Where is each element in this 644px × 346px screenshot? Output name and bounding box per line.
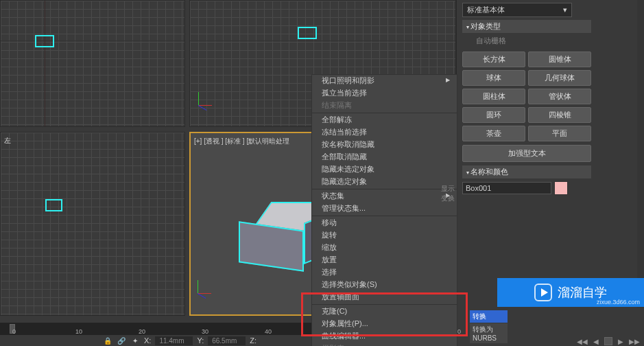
auto-grid-checkbox[interactable]: 自动栅格 — [462, 34, 591, 50]
primitive-button[interactable]: 管状体 — [528, 89, 591, 104]
section-object-type[interactable]: 对象类型 — [462, 20, 591, 33]
timeline-tick: 10 — [75, 328, 82, 335]
viewport-left[interactable]: 左 — [0, 132, 185, 316]
context-menu-item[interactable]: 管理状态集... — [312, 203, 457, 215]
watermark-logo: 溜溜自学 zixue.3d66.com — [497, 278, 644, 307]
y-value[interactable]: 66.5mm — [208, 336, 246, 345]
axis-gizmo — [198, 273, 218, 294]
timeline-tick: 30 — [202, 328, 208, 335]
timeline-tick: 40 — [265, 328, 272, 335]
primitive-button[interactable]: 几何球体 — [528, 70, 591, 86]
primitive-button[interactable]: 圆锥体 — [528, 51, 591, 67]
context-menu-item[interactable]: 克隆(C) — [312, 304, 457, 318]
key-icon[interactable]: ✦ — [130, 336, 140, 345]
playback-controls: ◀◀ ◀ ▶ ▶▶ — [577, 336, 640, 346]
object-name-input[interactable] — [462, 182, 551, 194]
viewport-label: 左 — [4, 136, 11, 146]
primitive-button[interactable]: 四棱锥 — [528, 107, 591, 123]
context-menu-item[interactable]: 对象属性(P)... — [312, 318, 457, 330]
logo-subtext: zixue.3d66.com — [597, 299, 640, 305]
primitive-button[interactable]: 茶壶 — [462, 126, 525, 141]
viewport-top[interactable] — [0, 0, 185, 127]
context-menu-item[interactable]: 按名称取消隐藏 — [312, 139, 457, 151]
chevron-down-icon: ▾ — [563, 5, 567, 14]
dropdown-label: 标准基本体 — [467, 5, 505, 15]
context-menu-item[interactable]: 旋转 — [312, 229, 457, 242]
primitive-buttons: 长方体圆锥体球体几何球体圆柱体管状体圆环四棱锥茶壶平面 — [462, 50, 591, 143]
context-menu-item[interactable]: 冻结当前选择 — [312, 126, 457, 139]
primitive-button[interactable]: 圆环 — [462, 107, 525, 123]
z-label: Z: — [250, 336, 257, 345]
context-menu-item[interactable]: 曲线编辑器... — [312, 330, 457, 343]
play-icon — [534, 284, 552, 301]
context-menu-item[interactable]: 状态集 — [312, 189, 457, 203]
context-menu-item[interactable]: 选择类似对象(S) — [312, 279, 457, 291]
play-icon[interactable]: ▶ — [618, 338, 623, 345]
axis-gizmo — [198, 85, 219, 106]
context-menu-item[interactable]: 视口照明和阴影 — [312, 75, 457, 87]
submenu-item[interactable]: 转换 — [470, 310, 508, 323]
timeline-tick: 20 — [139, 328, 145, 335]
context-menu-item[interactable]: 隐藏未选定对象 — [312, 163, 457, 176]
selection-box — [298, 27, 317, 39]
x-value[interactable]: 11.4mm — [155, 336, 193, 345]
context-menu: 视口照明和阴影孤立当前选择结束隔离全部解冻冻结当前选择按名称取消隐藏全部取消隐藏… — [311, 74, 457, 346]
prev-frame-icon[interactable]: ◀◀ — [577, 338, 588, 345]
panel-scrollbar[interactable] — [637, 0, 644, 308]
context-menu-item[interactable]: 放置轴曲面 — [312, 291, 457, 303]
context-menu-item[interactable]: 全部解冻 — [312, 113, 457, 126]
lock-icon[interactable]: 🔒 — [103, 336, 112, 345]
next-icon[interactable]: ▶▶ — [629, 338, 640, 345]
primitive-button[interactable]: 球体 — [462, 70, 525, 86]
selection-box — [45, 199, 62, 211]
section-name-color[interactable]: 名称和颜色 — [462, 165, 591, 178]
submenu-item[interactable]: 转换为 NURBS — [470, 323, 508, 343]
context-menu-item[interactable]: 缩放 — [312, 242, 457, 254]
context-menu-item[interactable]: 选择 — [312, 266, 457, 279]
viewport-label: [+] [透视 ] [标准 ] [默认明暗处理 — [194, 137, 289, 146]
stop-icon[interactable] — [604, 337, 612, 345]
context-menu-item[interactable]: 放置 — [312, 254, 457, 266]
primitive-button[interactable]: 长方体 — [462, 51, 525, 67]
primitive-button[interactable]: 平面 — [528, 126, 591, 141]
context-menu-item[interactable]: 移动 — [312, 216, 457, 229]
x-label: X: — [144, 336, 151, 345]
y-label: Y: — [197, 336, 204, 345]
context-menu-item[interactable]: 全部取消隐藏 — [312, 151, 457, 163]
context-menu-item[interactable]: 隐藏选定对象 — [312, 176, 457, 188]
context-menu-item[interactable]: 孤立当前选择 — [312, 87, 457, 100]
link-icon[interactable]: 🔗 — [117, 336, 126, 345]
primitive-dropdown[interactable]: 标准基本体 ▾ — [462, 3, 572, 17]
timeline-tick: 0 — [12, 328, 16, 335]
primitive-button[interactable]: 圆柱体 — [462, 89, 525, 104]
convert-submenu: 转换 转换为 NURBS — [470, 310, 508, 344]
context-menu-item[interactable]: 摄影表... — [312, 343, 457, 346]
add-type-button[interactable]: 加强型文本 — [462, 145, 591, 162]
selection-box — [35, 35, 54, 47]
checkbox-label: 自动栅格 — [476, 36, 506, 45]
color-swatch[interactable] — [554, 181, 568, 195]
quad-menu-header: 显示 变换 — [441, 184, 455, 203]
prev-icon[interactable]: ◀ — [593, 338, 599, 345]
context-menu-item[interactable]: 结束隔离 — [312, 100, 457, 112]
